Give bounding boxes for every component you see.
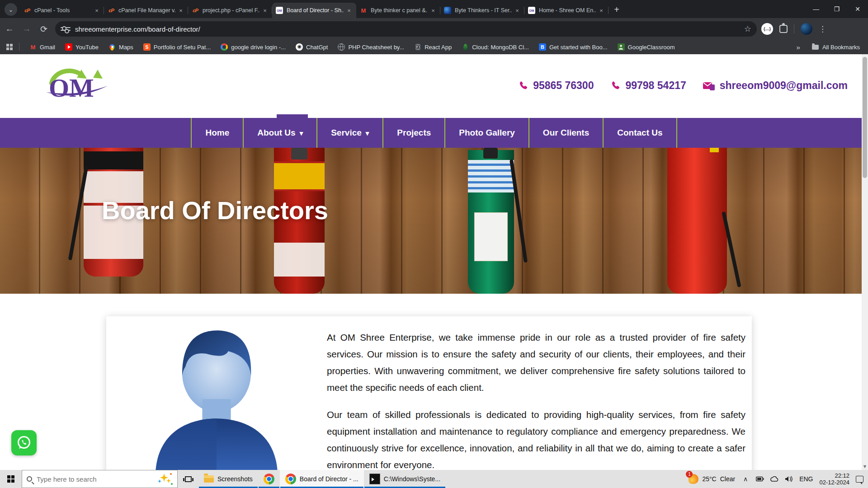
new-tab-button[interactable]: + [610,3,623,16]
mongodb-leaf-icon [463,44,467,51]
nav-item-about-us[interactable]: About Us [243,118,316,148]
forward-icon[interactable]: → [19,21,34,37]
scrollbar-thumb[interactable] [863,57,867,178]
windows-taskbar: Screenshots Board of Director - ... C:\W… [0,470,868,488]
nav-item-photo-gallery[interactable]: Photo Gallery [444,118,528,148]
nav-artifact [277,114,308,118]
windows-logo-icon [7,475,14,483]
main-navigation: Home About Us Service Projects Photo Gal… [0,118,868,148]
language-indicator[interactable]: ENG [799,475,813,483]
back-icon[interactable]: ← [2,21,17,37]
whatsapp-float-button[interactable] [11,430,37,455]
close-button[interactable]: ✕ [847,0,868,18]
tab-close-icon[interactable]: × [93,7,100,14]
address-bar[interactable]: shreeomenterprise.com/board-of-director/… [55,21,757,37]
all-bookmarks-label: All Bookmarks [822,44,860,51]
whatsapp-icon [16,435,32,451]
task-view-button[interactable] [178,470,198,488]
tab-close-icon[interactable]: × [345,7,353,14]
classroom-icon [618,43,625,51]
chatgpt-icon: ✳ [296,43,303,51]
bookmark-react-app[interactable]: React App [414,43,452,51]
profile-avatar[interactable] [801,23,812,35]
action-center-icon[interactable] [856,476,863,483]
tab-byte-thinker-gmail[interactable]: M Byte thinker c panel &... × [356,3,440,18]
bookmark-star-icon[interactable]: ☆ [744,24,751,34]
avatar-box [106,316,327,470]
tab-cpanel-filemanager[interactable]: cP cPanel File Manager v... × [104,3,188,18]
taskbar-app-chrome[interactable] [258,470,280,488]
tab-close-icon[interactable]: × [429,7,437,14]
command-prompt-icon [369,474,380,484]
taskbar-search[interactable] [22,470,178,488]
bookmark-google-drive[interactable]: google drive login -... [221,43,286,51]
bookmark-label: Maps [119,44,133,51]
nav-item-our-clients[interactable]: Our Clients [528,118,603,148]
react-icon [414,43,421,51]
page-scrollbar[interactable]: ▼ [862,54,868,470]
taskbar-app-screenshots[interactable]: Screenshots [198,470,258,488]
system-tray: 1 25°C Clear ∧ ENG 22:12 02-12-2024 [689,470,868,488]
bookmark-chatgpt[interactable]: ✳ChatGpt [296,43,328,51]
om-logo[interactable]: OM [45,67,108,107]
nav-item-home[interactable]: Home [191,118,243,148]
portfolio-icon: S [143,43,151,51]
bookmark-classroom[interactable]: GoogleClassroom [618,43,675,51]
scrollbar-down-arrow[interactable]: ▼ [862,464,868,469]
google-icon [221,43,228,51]
tab-home-shree-om[interactable]: OM Home - Shree OM En... × [524,3,609,18]
tab-byte-thinkers-site[interactable]: Byte Thinkers - IT Ser... × [440,3,524,18]
maximize-button[interactable]: ❐ [826,0,847,18]
all-bookmarks-button[interactable]: All Bookmarks [812,44,860,51]
search-input[interactable] [37,475,153,483]
site-settings-icon[interactable] [61,25,71,33]
chrome-icon [285,474,296,484]
bookmark-portfolio[interactable]: SPortfolio of Setu Pat... [143,43,211,51]
phone-2[interactable]: 99798 54217 [610,80,686,92]
search-icon [27,476,32,482]
tab-search-chevron-icon[interactable]: ⌄ [5,3,17,16]
globe-icon [338,43,345,51]
apps-grid-icon[interactable] [6,44,13,50]
bookmarks-overflow-chevron[interactable]: » [797,43,800,51]
reload-icon[interactable]: ⟳ [36,21,52,37]
phone-1[interactable]: 95865 76300 [518,80,594,92]
nav-item-service[interactable]: Service [316,118,382,148]
bookmark-mongodb[interactable]: Cloud: MongoDB Cl... [462,43,529,51]
weather-widget[interactable]: 1 25°C Clear [689,474,735,484]
date: 02-12-2024 [820,479,850,486]
tray-chevron-up-icon[interactable]: ∧ [741,474,750,483]
nav-item-projects[interactable]: Projects [382,118,444,148]
tab-close-icon[interactable]: × [177,7,184,14]
url-text[interactable]: shreeomenterprise.com/board-of-director/ [75,25,744,33]
speaker-icon[interactable] [785,474,793,483]
bookmark-label: Cloud: MongoDB Cl... [472,44,529,51]
nav-label: Our Clients [543,128,589,138]
bookmark-gmail[interactable]: MGmail [29,43,55,51]
minimize-button[interactable]: — [806,0,826,18]
nav-item-contact-us[interactable]: Contact Us [603,118,677,148]
tab-cpanel-tools[interactable]: cP cPanel - Tools × [20,3,104,18]
extensions-puzzle-icon[interactable] [779,25,788,33]
browser-menu-icon[interactable]: ⋮ [819,24,826,34]
bookmark-bootstrap[interactable]: BGet started with Boo... [539,43,608,51]
bookmark-maps[interactable]: Maps [108,43,133,51]
tab-close-icon[interactable]: × [514,7,521,14]
taskbar-clock[interactable]: 22:12 02-12-2024 [820,472,850,486]
onedrive-icon[interactable] [770,474,778,483]
tab-project-php[interactable]: cP project.php - cPanel F... × [188,3,272,18]
maps-pin-icon [108,43,116,51]
taskbar-app-cmd[interactable]: C:\Windows\Syste... [364,470,446,488]
tab-close-icon[interactable]: × [598,7,605,14]
taskbar-app-board-of-director[interactable]: Board of Director - ... [280,470,364,488]
bookmark-youtube[interactable]: YouTube [65,43,99,51]
tab-board-of-director-active[interactable]: OM Board of Director - Sh... × [272,3,356,18]
browser-toolbar: ← → ⟳ shreeomenterprise.com/board-of-dir… [0,18,868,40]
divider [794,24,794,33]
json-extension-icon[interactable]: {…} [761,23,773,35]
tab-close-icon[interactable]: × [261,7,269,14]
start-button[interactable] [0,470,22,488]
battery-icon[interactable] [756,474,764,483]
email-contact[interactable]: shreeom9009@gmail.com [703,80,848,92]
bookmark-php-cheatsheet[interactable]: PHP Cheatsheet by... [338,43,404,51]
